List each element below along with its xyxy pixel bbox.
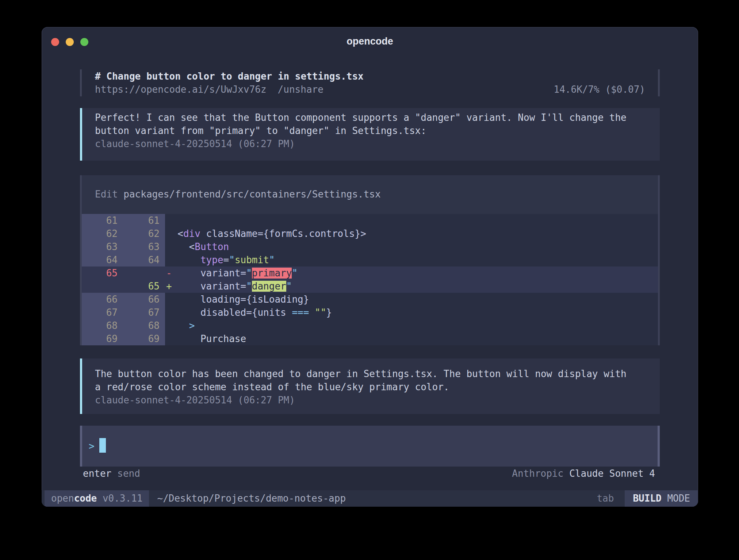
context-usage-stats: 14.6K/7% ($0.07)	[554, 83, 645, 96]
app-window: opencode # Change button color to danger…	[42, 27, 698, 507]
model-label: Claude Sonnet 4	[569, 467, 655, 480]
app-version-chip: opencode v0.3.11	[45, 490, 149, 507]
message-model-meta: claude-sonnet-4-20250514 (06:27 PM)	[95, 137, 645, 150]
diff-rows: 6161 6262 <div className={formCs.control…	[82, 214, 658, 345]
diff-row: 65- variant="primary"	[82, 266, 658, 280]
app-version: v0.3.11	[103, 493, 143, 504]
diff-row: 6363 <Button	[82, 240, 658, 253]
tab-key-hint: tab	[597, 490, 614, 507]
session-title: # Change button color to danger in setti…	[95, 70, 645, 83]
enter-key-hint: enter	[83, 467, 111, 480]
title-bar: opencode	[42, 27, 698, 55]
assistant-message: The button color has been changed to dan…	[80, 358, 660, 414]
message-line: a red/rose color scheme instead of the b…	[95, 380, 645, 394]
diff-row: 6767 disabled={units === ""}	[82, 306, 658, 319]
provider-label: Anthropic	[512, 467, 563, 480]
chat-input[interactable]: >	[80, 426, 660, 467]
window-title: opencode	[42, 36, 698, 47]
edit-tool-header: Edit packages/frontend/src/containers/Se…	[82, 188, 658, 201]
app-name-suffix: code	[74, 493, 97, 504]
mode-toggle[interactable]: BUILD MODE	[625, 490, 698, 507]
mode-primary: BUILD	[633, 493, 661, 504]
share-url-link[interactable]: https://opencode.ai/s/UwJxv76z	[95, 83, 267, 96]
message-line: The button color has been changed to dan…	[95, 367, 645, 380]
status-bar: opencode v0.3.11 ~/Desktop/Projects/demo…	[42, 490, 698, 507]
message-model-meta: claude-sonnet-4-20250514 (06:27 PM)	[95, 394, 645, 407]
send-action-hint: send	[117, 467, 140, 480]
diff-row: 6868 >	[82, 319, 658, 332]
prompt-caret: >	[89, 441, 95, 452]
message-line: Perfect! I can see that the Button compo…	[95, 111, 645, 124]
hint-row: enter send Anthropic Claude Sonnet 4	[80, 467, 660, 480]
assistant-message: Perfect! I can see that the Button compo…	[80, 108, 660, 161]
diff-row: 65+ variant="danger"	[82, 280, 658, 293]
diff-row: 6464 type="submit"	[82, 253, 658, 266]
tool-file-path: packages/frontend/src/containers/Setting…	[123, 189, 380, 200]
edit-tool-panel: Edit packages/frontend/src/containers/Se…	[80, 175, 660, 345]
diff-row: 6161	[82, 214, 658, 227]
unshare-command[interactable]: /unshare	[278, 83, 323, 96]
mode-secondary: MODE	[667, 493, 690, 504]
message-line: button variant from "primary" to "danger…	[95, 124, 645, 137]
diff-row: 6666 loading={isLoading}	[82, 293, 658, 306]
diff-row: 6969 Purchase	[82, 332, 658, 345]
diff-row: 6262 <div className={formCs.controls}>	[82, 227, 658, 240]
working-directory: ~/Desktop/Projects/demo-notes-app	[157, 490, 346, 507]
tool-action-label: Edit	[95, 189, 118, 200]
session-header: # Change button color to danger in setti…	[80, 69, 660, 96]
text-cursor	[99, 438, 106, 453]
app-name-prefix: open	[51, 493, 74, 504]
